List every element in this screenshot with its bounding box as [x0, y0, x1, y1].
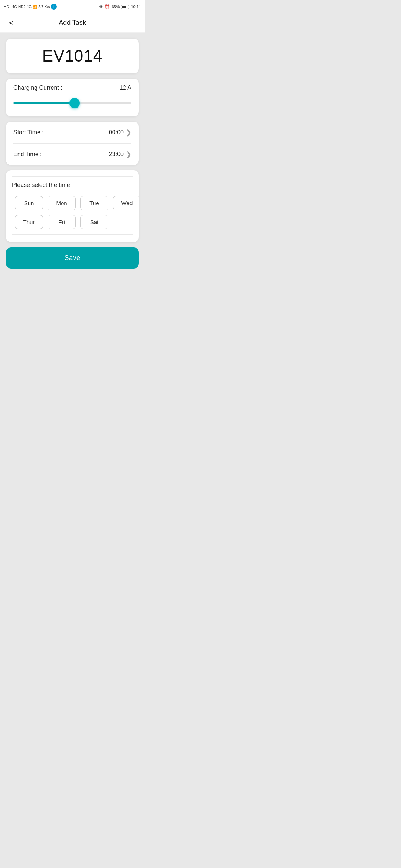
- ev-id-value: EV1014: [42, 47, 103, 65]
- battery-icon: [121, 5, 129, 9]
- end-time-value: 23:00: [109, 151, 124, 158]
- status-right: 👁 ⏰ 65% 10:11: [99, 4, 141, 9]
- ev-id-card: EV1014: [6, 39, 139, 73]
- top-separator: [12, 176, 133, 177]
- charging-slider-container[interactable]: [13, 98, 131, 108]
- day-row-2: Thur Fri Sat: [15, 215, 130, 229]
- slider-fill: [13, 102, 75, 104]
- end-time-value-wrap: 23:00 ❯: [109, 150, 131, 158]
- end-time-label: End Time :: [13, 151, 42, 158]
- day-selector-card: Please select the time Sun Mon Tue Wed T…: [6, 170, 139, 242]
- speed-label: 2.7 K/s: [38, 5, 50, 9]
- bottom-separator: [12, 234, 133, 235]
- start-time-value-wrap: 00:00 ❯: [109, 128, 131, 137]
- start-time-label: Start Time :: [13, 129, 44, 136]
- day-select-label: Please select the time: [12, 182, 133, 188]
- day-btn-thur[interactable]: Thur: [15, 215, 43, 229]
- end-time-row[interactable]: End Time : 23:00 ❯: [13, 144, 131, 165]
- main-content: EV1014 Charging Current : 12 A Start Tim…: [0, 33, 145, 276]
- end-time-chevron-icon: ❯: [126, 150, 131, 158]
- slider-thumb[interactable]: [69, 98, 80, 108]
- slider-track: [13, 102, 131, 104]
- start-time-row[interactable]: Start Time : 00:00 ❯: [13, 122, 131, 144]
- clock-time: 10:11: [131, 4, 141, 9]
- day-btn-sun[interactable]: Sun: [15, 196, 43, 210]
- day-btn-sat[interactable]: Sat: [80, 215, 108, 229]
- charging-current-value: 12 A: [120, 85, 131, 91]
- signal-icons: HD1 4G HD2 4G: [4, 5, 32, 9]
- day-row-1: Sun Mon Tue Wed: [15, 196, 130, 210]
- time-card: Start Time : 00:00 ❯ End Time : 23:00 ❯: [6, 122, 139, 165]
- header: < Add Task: [0, 13, 145, 33]
- notification-icon: i: [51, 4, 57, 10]
- battery-percent: 65%: [111, 4, 120, 9]
- day-btn-fri[interactable]: Fri: [48, 215, 76, 229]
- wifi-icon: 📶: [33, 5, 37, 9]
- page-title: Add Task: [59, 19, 86, 27]
- day-btn-tue[interactable]: Tue: [80, 196, 108, 210]
- eye-icon: 👁: [99, 4, 103, 9]
- day-btn-mon[interactable]: Mon: [48, 196, 76, 210]
- charging-current-card: Charging Current : 12 A: [6, 79, 139, 116]
- start-time-value: 00:00: [109, 129, 124, 136]
- alarm-icon: ⏰: [105, 4, 110, 9]
- start-time-chevron-icon: ❯: [126, 128, 131, 137]
- day-btn-wed[interactable]: Wed: [113, 196, 139, 210]
- day-grid: Sun Mon Tue Wed Thur Fri Sat: [12, 196, 133, 229]
- back-button[interactable]: <: [6, 17, 17, 29]
- charging-current-label: Charging Current :: [13, 85, 62, 91]
- status-bar: HD1 4G HD2 4G 📶 2.7 K/s i 👁 ⏰ 65% 10:11: [0, 0, 145, 13]
- save-button[interactable]: Save: [6, 247, 139, 269]
- status-left: HD1 4G HD2 4G 📶 2.7 K/s i: [4, 4, 57, 10]
